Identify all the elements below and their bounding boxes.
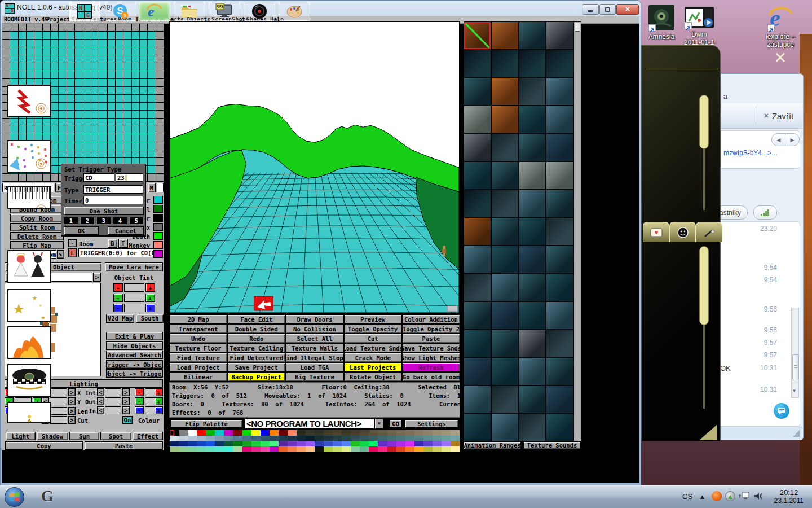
trigger-info-field[interactable]: TRIGGER(0:0) for CD(0) xyxy=(78,248,153,257)
palette-swatch[interactable] xyxy=(428,436,433,441)
action-exit-play[interactable]: Exit & Play xyxy=(106,332,163,340)
map-cell[interactable] xyxy=(51,24,58,31)
grid-button-show-light-meshes[interactable]: Show Light Meshes xyxy=(402,353,460,362)
palette-swatch[interactable] xyxy=(451,430,455,436)
palette-swatch[interactable] xyxy=(256,436,261,441)
wink-thumbnail-soundwave[interactable] xyxy=(7,186,51,209)
tray-language[interactable]: CS xyxy=(682,492,692,501)
palette-swatch[interactable] xyxy=(414,430,419,436)
winks-tool-wand-button[interactable] xyxy=(696,222,722,242)
map-cell[interactable] xyxy=(140,103,147,110)
palette-swatch[interactable] xyxy=(261,441,265,446)
map-cell[interactable] xyxy=(99,63,107,71)
palette-swatch[interactable] xyxy=(396,436,401,441)
palette-swatch[interactable] xyxy=(405,441,410,446)
palette-swatch[interactable] xyxy=(206,441,210,446)
map-cell[interactable] xyxy=(19,63,26,71)
palette-swatch[interactable] xyxy=(215,441,219,446)
palette-swatch[interactable] xyxy=(364,430,369,436)
map-cell[interactable] xyxy=(59,40,66,47)
legend-swatch[interactable] xyxy=(153,250,163,258)
map-cell[interactable] xyxy=(91,40,99,47)
palette-swatch[interactable] xyxy=(219,446,224,452)
palette-swatch[interactable] xyxy=(179,446,183,452)
palette-swatch[interactable] xyxy=(405,430,410,436)
taskbar-item-ngle[interactable]: NG xyxy=(69,2,100,21)
palette-swatch[interactable] xyxy=(355,446,360,452)
texture-tile[interactable] xyxy=(464,190,491,218)
desktop-icon-iexplore[interactable]: eiexplore –zástupce xyxy=(762,5,798,49)
palette-swatch[interactable] xyxy=(455,436,460,441)
palette-swatch[interactable] xyxy=(351,446,355,452)
palette-swatch[interactable] xyxy=(219,441,224,446)
palette-swatch[interactable] xyxy=(297,441,301,446)
map-cell[interactable] xyxy=(43,24,50,31)
map-cell[interactable] xyxy=(108,87,115,94)
map-cell[interactable] xyxy=(83,24,91,31)
m-button[interactable]: M xyxy=(148,183,156,192)
map-cell[interactable] xyxy=(91,87,99,94)
map-cell[interactable] xyxy=(116,119,123,126)
map-cell[interactable] xyxy=(83,87,91,94)
io-prev-button[interactable]: < xyxy=(97,406,104,414)
map-cell[interactable] xyxy=(67,150,74,157)
palette-swatch[interactable] xyxy=(233,441,237,446)
palette-swatch[interactable] xyxy=(310,441,315,446)
map-cell[interactable] xyxy=(34,24,42,31)
map-cell[interactable] xyxy=(67,134,74,142)
texture-tile[interactable] xyxy=(491,246,519,274)
map-cell[interactable] xyxy=(99,47,107,55)
map-cell[interactable] xyxy=(91,95,99,102)
minimize-button[interactable] xyxy=(582,4,599,15)
map-cell[interactable] xyxy=(34,32,42,39)
go-button[interactable]: GO xyxy=(389,419,402,428)
grid-button-preview[interactable]: Preview xyxy=(344,314,402,324)
palette-swatch[interactable] xyxy=(319,430,324,436)
grid-button-rotate-object[interactable]: Rotate Object xyxy=(344,372,402,382)
map-cell[interactable] xyxy=(123,47,131,55)
palette-swatch[interactable] xyxy=(233,446,237,452)
palette-swatch[interactable] xyxy=(342,441,346,446)
map-cell[interactable] xyxy=(91,150,99,157)
map-cell[interactable] xyxy=(67,71,74,78)
map-cell[interactable] xyxy=(116,40,123,47)
palette-swatch[interactable] xyxy=(446,430,451,436)
grid-button-draw-doors[interactable]: Draw Doors xyxy=(285,314,343,324)
palette-swatch[interactable] xyxy=(247,430,251,436)
map-cell[interactable] xyxy=(123,103,131,110)
map-cell[interactable] xyxy=(10,40,17,47)
map-cell[interactable] xyxy=(59,32,66,39)
map-cell[interactable] xyxy=(51,40,58,47)
palette-swatch[interactable] xyxy=(292,430,297,436)
palette-swatch[interactable] xyxy=(219,430,224,436)
map-cell[interactable] xyxy=(2,40,10,47)
palette-swatch[interactable] xyxy=(256,441,261,446)
map-cell[interactable] xyxy=(156,55,164,63)
trigger-num-3[interactable]: 3 xyxy=(96,217,111,225)
scroll-down-arrow[interactable]: ▼ xyxy=(793,388,796,393)
flip-palette-button[interactable]: Flip Palette xyxy=(170,419,242,428)
map-cell[interactable] xyxy=(2,24,10,31)
palette-swatch[interactable] xyxy=(405,446,410,452)
map-cell[interactable] xyxy=(43,126,50,134)
palette-swatch[interactable] xyxy=(324,446,328,452)
trigger-num-4[interactable]: 4 xyxy=(113,217,127,225)
map-cell[interactable] xyxy=(99,55,107,63)
palette-swatch[interactable] xyxy=(215,436,219,441)
palette-swatch[interactable] xyxy=(455,446,460,452)
map-cell[interactable] xyxy=(148,142,155,150)
palette-swatch[interactable] xyxy=(297,446,301,452)
map-cell[interactable] xyxy=(67,40,74,47)
map-cell[interactable] xyxy=(67,55,74,63)
map-cell[interactable] xyxy=(34,126,42,134)
map-cell[interactable] xyxy=(99,87,107,94)
map-cell[interactable] xyxy=(116,142,123,150)
settings-button[interactable]: Settings xyxy=(405,419,458,428)
map-cell[interactable] xyxy=(140,32,147,39)
map-cell[interactable] xyxy=(99,24,107,31)
map-cell[interactable] xyxy=(91,142,99,150)
map-cell[interactable] xyxy=(108,150,115,157)
legend-swatch[interactable] xyxy=(153,223,163,231)
map-cell[interactable] xyxy=(116,95,123,102)
colour-minus-button[interactable]: - xyxy=(135,388,144,396)
